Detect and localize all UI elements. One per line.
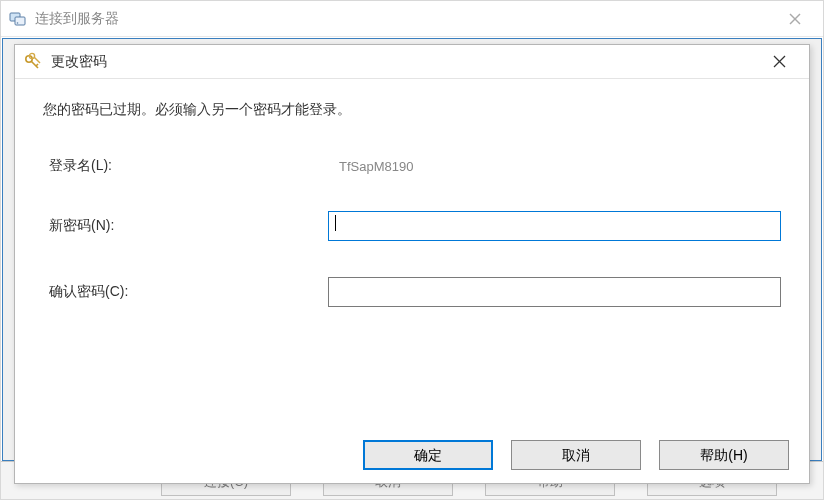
dialog-close-button[interactable] <box>759 49 799 75</box>
server-icon <box>9 10 27 28</box>
login-value: TfSapM8190 <box>333 159 413 174</box>
parent-window-title: 连接到服务器 <box>35 10 775 28</box>
close-icon <box>773 55 786 68</box>
confirm-password-input[interactable] <box>328 277 781 307</box>
cancel-button[interactable]: 取消 <box>511 440 641 470</box>
keys-icon <box>23 52 43 72</box>
parent-titlebar: 连接到服务器 <box>1 1 823 37</box>
svg-line-9 <box>34 57 40 63</box>
new-password-input[interactable] <box>328 211 781 241</box>
login-row: 登录名(L): TfSapM8190 <box>43 157 781 175</box>
text-caret <box>335 215 336 231</box>
svg-point-2 <box>17 22 19 24</box>
confirm-password-label: 确认密码(C): <box>43 283 328 301</box>
svg-rect-1 <box>15 17 25 25</box>
confirm-password-row: 确认密码(C): <box>43 277 781 307</box>
help-button[interactable]: 帮助(H) <box>659 440 789 470</box>
parent-close-button[interactable] <box>775 5 815 33</box>
change-password-dialog: 更改密码 您的密码已过期。必须输入另一个密码才能登录。 登录名(L): TfSa… <box>14 44 810 484</box>
login-label: 登录名(L): <box>43 157 333 175</box>
dialog-title: 更改密码 <box>51 53 759 71</box>
dialog-titlebar: 更改密码 <box>15 45 809 79</box>
dialog-message: 您的密码已过期。必须输入另一个密码才能登录。 <box>43 101 781 119</box>
dialog-footer: 确定 取消 帮助(H) <box>15 427 809 483</box>
new-password-label: 新密码(N): <box>43 217 328 235</box>
ok-button[interactable]: 确定 <box>363 440 493 470</box>
svg-line-7 <box>36 64 38 66</box>
close-icon <box>789 13 801 25</box>
dialog-body: 您的密码已过期。必须输入另一个密码才能登录。 登录名(L): TfSapM819… <box>15 79 809 307</box>
new-password-row: 新密码(N): <box>43 211 781 241</box>
